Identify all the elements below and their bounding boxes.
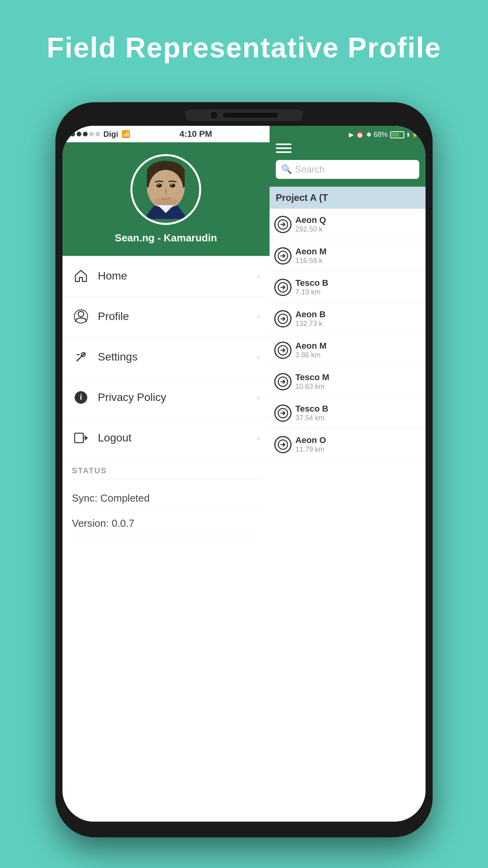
battery-icon <box>390 131 404 138</box>
svg-point-11 <box>78 311 84 317</box>
location-nav-icon <box>274 247 292 265</box>
chevron-right-profile-icon: › <box>257 311 260 322</box>
avatar-image <box>132 156 199 223</box>
list-item[interactable]: Aeon Q 292.50 k <box>270 209 426 240</box>
hamburger-line-3 <box>276 151 292 153</box>
location-nav-icon <box>274 342 292 359</box>
location-info: Aeon M 116.59 k <box>295 246 421 265</box>
signal-dot-1 <box>70 132 75 136</box>
hamburger-line-1 <box>276 143 292 145</box>
battery-tip <box>407 133 409 137</box>
svg-point-9 <box>171 184 172 186</box>
avatar <box>130 154 201 225</box>
location-name: Tesco B <box>295 278 421 288</box>
status-time: 4:10 PM <box>180 129 212 139</box>
phone-frame: Digi 📶 4:10 PM <box>55 102 433 837</box>
status-left: Digi 📶 <box>70 130 130 139</box>
svg-point-7 <box>170 184 175 188</box>
menu-item-settings[interactable]: Settings › <box>62 337 270 377</box>
location-info: Aeon Q 292.50 k <box>295 215 421 234</box>
wifi-icon: 📶 <box>121 130 130 138</box>
menu-item-profile[interactable]: Profile › <box>62 296 270 337</box>
location-list: Aeon Q 292.50 k Aeon M 116.59 k Tesco B … <box>270 209 426 822</box>
chevron-right-privacy-icon: › <box>257 392 260 403</box>
phone-status-bar: Digi 📶 4:10 PM <box>62 126 270 142</box>
svg-text:i: i <box>80 393 82 401</box>
signal-dot-4 <box>89 132 94 136</box>
logout-icon <box>72 429 90 447</box>
location-name: Tesco M <box>295 372 421 383</box>
location-info: Tesco B 37.54 km <box>295 404 421 422</box>
menu-home-label: Home <box>98 270 257 282</box>
list-item[interactable]: Tesco B 37.54 km <box>270 397 426 429</box>
location-nav-icon <box>274 310 292 327</box>
location-info: Aeon B 132.73 k <box>295 309 421 328</box>
menu-settings-label: Settings <box>98 351 257 363</box>
location-info: Tesco M 10.63 km <box>295 372 421 391</box>
phone-speaker <box>223 113 278 118</box>
location-arrow-icon: ▶ <box>349 131 354 138</box>
list-item[interactable]: Tesco B 7.19 km <box>270 272 426 303</box>
location-name: Tesco B <box>295 404 421 414</box>
location-distance: 10.63 km <box>295 383 421 391</box>
location-name: Aeon M <box>295 341 421 351</box>
search-icon: 🔍 <box>281 164 292 175</box>
menu-item-home[interactable]: Home › <box>62 256 270 296</box>
list-item[interactable]: Tesco M 10.63 km <box>270 366 426 397</box>
list-item[interactable]: Aeon O 11.79 km <box>270 429 426 460</box>
chevron-right-icon: › <box>257 270 260 281</box>
location-nav-icon <box>274 216 292 233</box>
main-panel: ▶ ⏰ ✱ 68% ⚡ 🔍 <box>270 126 426 822</box>
location-distance: 292.50 k <box>295 225 421 234</box>
page-title: Field Representative Profile <box>0 0 488 64</box>
hamburger-line-2 <box>276 147 292 149</box>
signal-dot-3 <box>83 132 88 136</box>
location-info: Tesco B 7.19 km <box>295 278 421 296</box>
location-distance: 116.59 k <box>295 257 421 265</box>
list-item[interactable]: Aeon B 132.73 k <box>270 303 426 335</box>
info-icon: i <box>72 388 90 406</box>
location-nav-icon <box>274 279 292 296</box>
profile-icon <box>72 307 90 326</box>
location-name: Aeon B <box>295 309 421 320</box>
svg-point-8 <box>158 184 159 186</box>
profile-username: Sean.ng - Kamarudin <box>115 232 217 244</box>
list-item[interactable]: Aeon M 116.59 k <box>270 240 426 272</box>
signal-indicator <box>70 132 100 136</box>
location-distance: 3.86 km <box>295 351 421 359</box>
menu-item-logout[interactable]: Logout › <box>62 418 270 458</box>
location-distance: 132.73 k <box>295 320 421 328</box>
status-section: STATUS Sync: Completed Version: 0.0.7 <box>62 458 270 536</box>
search-input[interactable]: Search <box>295 164 325 175</box>
signal-dot-5 <box>95 132 100 136</box>
list-item[interactable]: Aeon M 3.86 km <box>270 335 426 366</box>
location-info: Aeon O 11.79 km <box>295 435 421 454</box>
chevron-right-logout-icon: › <box>257 432 260 443</box>
menu-item-privacy[interactable]: i Privacy Policy › <box>62 377 270 418</box>
menu-privacy-label: Privacy Policy <box>98 391 257 404</box>
menu-list: Home › Profile › Settings › <box>62 256 270 822</box>
location-name: Aeon M <box>295 246 421 257</box>
location-nav-icon <box>274 436 292 453</box>
location-nav-icon <box>274 405 292 422</box>
hamburger-button[interactable] <box>276 140 419 156</box>
phone-screen: Digi 📶 4:10 PM <box>62 126 426 822</box>
chevron-right-settings-icon: › <box>257 351 260 362</box>
carrier-name: Digi <box>103 130 118 139</box>
location-distance: 11.79 km <box>295 445 421 454</box>
version-info: Version: 0.0.7 <box>72 511 260 536</box>
drawer-panel: Digi 📶 4:10 PM <box>62 126 270 822</box>
search-bar[interactable]: 🔍 Search <box>276 160 419 179</box>
bluetooth-icon: ✱ <box>366 131 371 138</box>
location-info: Aeon M 3.86 km <box>295 341 421 359</box>
svg-point-6 <box>156 184 162 188</box>
lightning-icon: ⚡ <box>411 131 419 138</box>
main-header: ▶ ⏰ ✱ 68% ⚡ 🔍 <box>270 126 426 187</box>
status-heading: STATUS <box>72 466 260 480</box>
location-nav-icon <box>274 373 292 390</box>
project-header: Project A (T <box>270 187 426 209</box>
phone-camera <box>210 111 218 120</box>
settings-icon <box>72 348 90 366</box>
location-distance: 7.19 km <box>295 288 421 296</box>
location-name: Aeon Q <box>295 215 421 225</box>
